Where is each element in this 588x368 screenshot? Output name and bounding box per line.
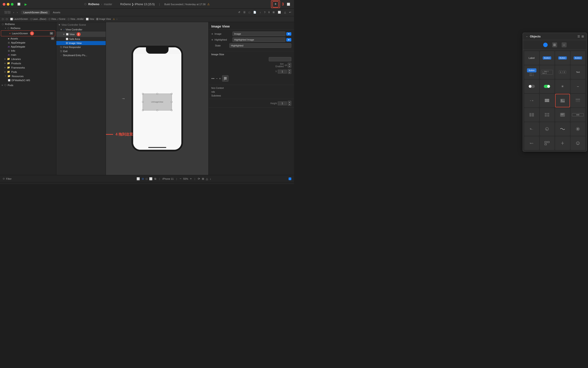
divider: | [159,3,160,6]
iv-y-input[interactable] [278,70,287,74]
bc-sep-7: › [95,18,96,20]
reset-btn[interactable]: ⟳ [198,177,200,180]
info-icon: ▤ [8,50,10,52]
share-button[interactable]: ↑ [258,10,262,14]
tree-view-controller[interactable]: ▼ ○ View Controller [56,28,106,32]
sidebar-resources[interactable]: ▼ 📁 Resources [0,74,56,78]
handle-ml[interactable] [142,101,143,103]
sidebar-pods-collapsed[interactable]: ▶ 📁 Pods [0,70,56,74]
handle-tl[interactable] [142,93,143,94]
iv-image-select[interactable]: Image [232,32,285,36]
handle-tr[interactable] [171,93,172,94]
iv-size-select1[interactable] [269,57,291,61]
hierarchy-view-button[interactable]: ⬛⬛ [3,10,12,14]
iv-plus-btn[interactable]: + [219,77,221,80]
handle-mr[interactable] [171,101,172,103]
handle-tm[interactable] [157,93,158,94]
tree-image-view[interactable]: 🖼 Image View [56,41,106,45]
constraint-button[interactable]: △ [283,10,287,14]
nav-forward-button[interactable]: › [16,10,19,14]
doc-button[interactable]: 📄 [252,10,258,14]
iv-dots-button[interactable]: ••• [211,77,214,80]
download-btn[interactable]: ↓ [210,177,211,180]
landscape-btn[interactable]: ⬜ [149,177,152,180]
filter-icon: ⊙ [3,177,5,180]
iv-x-stepper[interactable]: ▲ ▼ [288,63,291,68]
phone-portrait-btn[interactable]: ⬜ [136,177,140,180]
sidebar-assets[interactable]: ■ Assets M [0,37,56,41]
add-button[interactable]: + [272,1,279,8]
device-btn[interactable]: □ [146,177,147,180]
iv-x-down[interactable]: ▼ [288,65,291,67]
phone-home-bar [148,147,166,148]
iv-highlighted-select[interactable]: Highlighted Image [232,37,285,42]
launchscreen-tab[interactable]: LaunchScreen (Base) [21,10,50,14]
handle-br[interactable] [171,110,172,111]
zoom-out-btn[interactable]: − [180,177,182,180]
inspector-button[interactable]: □ [248,10,251,14]
sidebar-appdelegate-m[interactable]: m AppDelegate [0,45,56,49]
preview-btn[interactable]: ⧉ [154,177,156,180]
highlighted-plus-icon[interactable]: + [211,38,213,41]
grid-button[interactable]: ⊞ [271,10,276,14]
right-panel: Image View + Image Image ▼ + Highlighted… [208,22,294,175]
fit-btn[interactable]: ⊞ [202,177,204,180]
sidebar-libraries[interactable]: ▶ 📁 Libraries [0,57,56,61]
refresh-button[interactable]: ↺ [237,10,241,14]
nav-back-button[interactable]: ‹ [12,10,15,14]
products-folder-icon: 📁 [7,62,10,65]
extra-button[interactable]: ↩ [288,10,292,14]
tree-exit[interactable]: ⬛ Exit [56,49,106,53]
tree-storyboard-entry[interactable]: → Storyboard Entry Po... [56,53,106,57]
sidebar-dfwawsc[interactable]: ⬜ DFWaWaSC-W5 [0,78,56,82]
sidebar-frameworks[interactable]: ▶ 📁 Frameworks [0,65,56,70]
iv-height-stepper[interactable]: ▲ ▼ [288,101,291,106]
align-button[interactable]: ⬜ [277,10,282,14]
iv-minus[interactable]: − [216,77,218,80]
iv-y-up[interactable]: ▲ [288,69,291,72]
iv-controls-row: ••• − + [211,75,291,82]
info-button[interactable]: ℹ [267,10,271,14]
layout-toggle-button[interactable]: ⬜ [286,2,291,7]
iv-height-input[interactable] [278,101,287,105]
handle-bm[interactable] [157,110,158,111]
help-button[interactable]: ? [263,10,267,14]
adjust-btn[interactable]: ⊙ [142,177,144,180]
iv-highlighted-btn[interactable]: ▼ [286,38,291,41]
iv-height-up[interactable]: ▲ [288,101,291,103]
iv-x-up[interactable]: ▲ [288,63,291,65]
handle-bl[interactable] [142,110,143,111]
tree-safe-area[interactable]: ⬜ Safe Area [56,37,106,41]
list-view-button[interactable]: ☰ [242,10,247,14]
bc-imgview: 🖼 [96,18,98,20]
sidebar-rndemo-root[interactable]: ⬡ RnDemo [0,22,56,26]
iv-grid-btn[interactable] [222,75,228,82]
traffic-lights [3,3,14,6]
iv-y-down[interactable]: ▼ [288,72,291,74]
iv-image-btn[interactable]: ▼ [286,32,291,36]
phone-model-label: iPhone 11 [162,177,174,180]
constraint-add-btn[interactable]: △ [206,177,208,180]
tree-view[interactable]: ▼ ⬜ View 2 [56,32,106,37]
close-button[interactable] [3,3,5,6]
sidebar-toggle-button[interactable]: ⬜ [16,2,22,6]
run-button[interactable]: ▶ [23,2,28,7]
sidebar-pods-root[interactable]: ▶ ⬡ Pods [0,82,56,87]
iv-state-input[interactable] [229,43,291,48]
sidebar-appdelegate-h[interactable]: ▤ AppDelegate [0,41,56,45]
sidebar-main[interactable]: m main [0,53,56,57]
assets-tab[interactable]: Assets [51,10,63,14]
iv-height-down[interactable]: ▼ [288,103,291,106]
zoom-in-btn[interactable]: + [190,177,192,180]
tree-first-responder[interactable]: ⬛ First Responder [56,45,106,49]
image-view-element[interactable]: UIImageView [143,93,172,110]
sidebar-products[interactable]: ▶ 📁 Products [0,61,56,65]
sidebar-info[interactable]: ▤ Info [0,49,56,53]
maximize-button[interactable] [11,3,14,6]
minimize-button[interactable] [7,3,9,6]
bc-view: ⬜ [86,18,89,20]
image-plus-icon[interactable]: + [211,32,213,36]
sidebar-rndemo-group[interactable]: ▼ ⬡ RnDemo [0,26,56,30]
sidebar-launchscreen[interactable]: ✕ LaunchScreen 1 M [1,30,55,36]
iv-y-stepper[interactable]: ▲ ▼ [288,69,291,74]
